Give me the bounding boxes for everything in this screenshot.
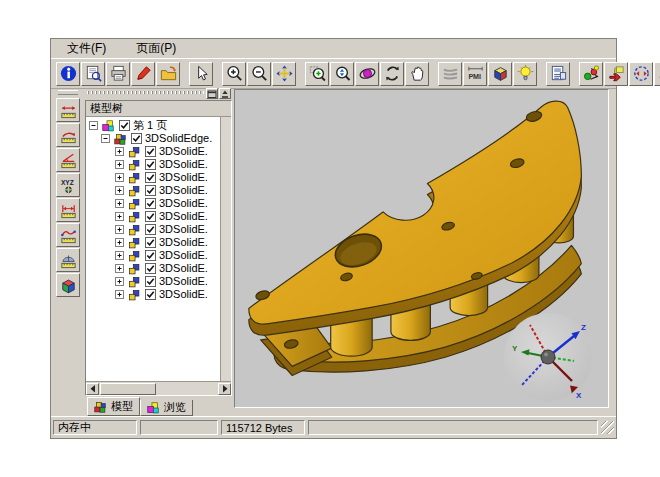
expand-toggle-icon[interactable] [115,147,124,156]
tree-row-part-8[interactable]: 3DSolidE. [86,236,220,249]
visibility-checkbox[interactable] [145,237,156,248]
expand-toggle-icon[interactable] [115,199,124,208]
visibility-checkbox[interactable] [145,159,156,170]
toolbar-button-markup-pen[interactable] [131,62,155,86]
expand-toggle-icon[interactable] [101,134,110,143]
node-label[interactable]: 3DSolidE. [159,223,208,236]
expand-toggle-icon[interactable] [115,212,124,221]
visibility-checkbox[interactable] [145,146,156,157]
tab-model[interactable]: 模型 [87,397,140,416]
expand-toggle-icon[interactable] [89,121,98,130]
node-label[interactable]: 3DSolidE. [159,249,208,262]
visibility-checkbox[interactable] [119,120,130,131]
panel-float-button[interactable] [206,88,218,99]
tree-row-part-1[interactable]: 3DSolidE. [86,145,220,158]
scroll-thumb[interactable] [100,383,156,395]
tree-row-part-12[interactable]: 3DSolidE. [86,288,220,301]
expand-toggle-icon[interactable] [115,238,124,247]
expand-toggle-icon[interactable] [115,264,124,273]
tree-row-part-4[interactable]: 3DSolidE. [86,184,220,197]
tree-row-part-6[interactable]: 3DSolidE. [86,210,220,223]
tree-row-part-2[interactable]: 3DSolidE. [86,158,220,171]
toolbar-button-zoom-window[interactable] [305,62,329,86]
viewport-3d[interactable]: Z X Y [234,89,609,408]
tree-vertical-scrollbar[interactable] [220,117,231,381]
expand-toggle-icon[interactable] [115,173,124,182]
scroll-right-button[interactable] [218,383,231,395]
tree-row-page-1[interactable]: 第 1 页 [86,119,220,132]
node-label[interactable]: 3DSolidE. [159,197,208,210]
visibility-checkbox[interactable] [145,172,156,183]
tree-row-part-7[interactable]: 3DSolidE. [86,223,220,236]
toolbar-button-zoom-in[interactable] [222,62,246,86]
menu-item-page[interactable]: 页面(P) [133,39,179,58]
measure-button-measure-radius[interactable] [56,123,80,147]
visibility-checkbox[interactable] [145,185,156,196]
node-label[interactable]: 3DSolidEdge. [145,132,212,145]
measure-toolbar-grip[interactable] [58,90,78,95]
visibility-checkbox[interactable] [145,289,156,300]
toolbar-button-zoom-out[interactable] [247,62,271,86]
visibility-checkbox[interactable] [145,211,156,222]
toolbar-button-markup-save[interactable] [156,62,180,86]
measure-button-measure-volume[interactable] [56,273,80,297]
tree-row-part-11[interactable]: 3DSolidE. [86,275,220,288]
toolbar-button-shaded-view[interactable] [488,62,512,86]
expand-toggle-icon[interactable] [115,277,124,286]
menu-item-file[interactable]: 文件(F) [64,39,109,58]
tree-row-part-5[interactable]: 3DSolidE. [86,197,220,210]
scroll-left-button[interactable] [86,383,99,395]
tree-row-part-3[interactable]: 3DSolidE. [86,171,220,184]
expand-toggle-icon[interactable] [115,290,124,299]
expand-toggle-icon[interactable] [115,225,124,234]
toolbar-button-wireframe-layers[interactable] [438,62,462,86]
visibility-checkbox[interactable] [145,250,156,261]
node-label[interactable]: 3DSolidE. [159,171,208,184]
toolbar-button-pmi-display[interactable]: PMI [463,62,487,86]
toolbar-button-select-cursor[interactable] [189,62,213,86]
toolbar-button-print[interactable] [106,62,130,86]
measure-button-measure-angle[interactable] [56,148,80,172]
toolbar-button-info[interactable] [56,62,80,86]
visibility-checkbox[interactable] [145,263,156,274]
tree-row-part-10[interactable]: 3DSolidE. [86,262,220,275]
node-label[interactable]: 3DSolidE. [159,210,208,223]
toolbar-button-rotate-animation[interactable] [629,62,653,86]
toolbar-button-explode-view[interactable] [654,62,660,86]
node-label[interactable]: 3DSolidE. [159,275,208,288]
panel-hide-button[interactable] [219,88,231,99]
toolbar-button-pan-hand[interactable] [405,62,429,86]
node-label[interactable]: 3DSolidE. [159,145,208,158]
measure-button-measure-area[interactable] [56,248,80,272]
tree-row-assembly[interactable]: 3DSolidEdge. [86,132,220,145]
toolbar-button-rotate-orbit[interactable] [355,62,379,86]
node-label[interactable]: 3DSolidE. [159,288,208,301]
node-label[interactable]: 3DSolidE. [159,158,208,171]
toolbar-button-open-preview[interactable] [81,62,105,86]
node-label[interactable]: 3DSolidE. [159,184,208,197]
node-label[interactable]: 3DSolidE. [159,262,208,275]
measure-button-measure-distance[interactable] [56,198,80,222]
toolbar-button-pan-axes[interactable] [272,62,296,86]
panel-drag-grip[interactable] [87,91,204,94]
expand-toggle-icon[interactable] [115,160,124,169]
node-label[interactable]: 第 1 页 [133,119,167,132]
visibility-checkbox[interactable] [131,133,142,144]
orientation-ball[interactable]: Z X Y [502,311,594,403]
measure-button-measure-curve[interactable] [56,223,80,247]
tab-browse[interactable]: 浏览 [140,400,193,416]
visibility-checkbox[interactable] [145,224,156,235]
expand-toggle-icon[interactable] [115,186,124,195]
measure-button-measure-length[interactable] [56,98,80,122]
toolbar-button-zoom-dynamic[interactable] [330,62,354,86]
toolbar-button-page-list[interactable] [546,62,570,86]
expand-toggle-icon[interactable] [115,251,124,260]
visibility-checkbox[interactable] [145,198,156,209]
toolbar-button-component-move[interactable] [604,62,628,86]
tree-row-part-9[interactable]: 3DSolidE. [86,249,220,262]
toolbar-button-spin-refresh[interactable] [380,62,404,86]
toolbar-button-lighting[interactable] [513,62,537,86]
node-label[interactable]: 3DSolidE. [159,236,208,249]
visibility-checkbox[interactable] [145,276,156,287]
resize-grip[interactable] [601,421,614,434]
